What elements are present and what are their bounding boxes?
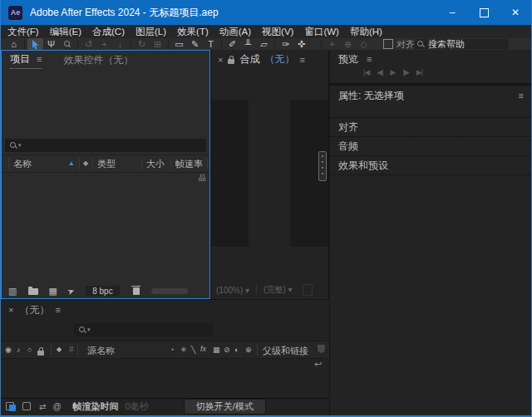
preview-panel-header[interactable]: 预览 ≡ bbox=[330, 50, 532, 68]
delete-trash-icon[interactable] bbox=[133, 287, 140, 295]
column-type[interactable]: 类型 bbox=[97, 158, 116, 170]
roto-brush-tool-icon[interactable]: ✑ bbox=[278, 38, 293, 50]
menu-effect[interactable]: 效果(T) bbox=[177, 26, 209, 38]
panel-menu-icon[interactable]: ≡ bbox=[55, 305, 60, 315]
audio-panel-header[interactable]: 音频 bbox=[330, 136, 532, 155]
tab-project[interactable]: 项目 ≡ bbox=[10, 52, 42, 69]
panel-menu-icon[interactable]: ≡ bbox=[37, 54, 42, 64]
in-out-pane-toggle-icon[interactable]: ⇄ bbox=[39, 402, 46, 411]
new-folder-icon[interactable] bbox=[28, 288, 38, 295]
brush-tool-icon[interactable]: ✐ bbox=[224, 38, 240, 50]
search-options-caret-icon[interactable]: ▾ bbox=[18, 142, 22, 149]
dolly-camera-tool-icon[interactable]: ↓ bbox=[112, 38, 128, 50]
hand-tool-icon[interactable]: Ψ bbox=[43, 38, 59, 50]
column-name[interactable]: 名称 bbox=[13, 158, 32, 170]
panel-menu-icon[interactable]: ≡ bbox=[519, 91, 524, 101]
maximize-button[interactable] bbox=[468, 0, 500, 25]
effects-presets-panel-header[interactable]: 效果和预设 bbox=[330, 155, 532, 174]
project-bit-depth-button[interactable]: 8 bpc bbox=[86, 286, 119, 297]
quick-send-icon[interactable]: ➤ bbox=[66, 286, 76, 297]
magnification-dropdown[interactable]: (100%) ▾ bbox=[216, 286, 249, 295]
column-divider[interactable] bbox=[92, 158, 93, 169]
menu-edit[interactable]: 编辑(E) bbox=[50, 26, 81, 38]
pan-behind-tool-icon[interactable]: ⊞ bbox=[150, 38, 165, 50]
menu-file[interactable]: 文件(F) bbox=[7, 26, 39, 38]
shy-switch-icon[interactable]: ◔ bbox=[170, 346, 174, 354]
column-size[interactable]: 大小 bbox=[146, 158, 165, 170]
last-frame-icon[interactable]: ▶| bbox=[416, 68, 422, 76]
first-frame-icon[interactable]: |◀ bbox=[363, 68, 369, 76]
audio-speaker-icon[interactable]: ♪ bbox=[17, 346, 21, 354]
close-button[interactable]: ✕ bbox=[500, 0, 531, 25]
clone-stamp-tool-icon[interactable]: ╨ bbox=[240, 38, 256, 50]
help-search-field[interactable] bbox=[415, 39, 509, 49]
close-tab-icon[interactable]: × bbox=[8, 305, 13, 315]
rotation-tool-icon[interactable]: ↻ bbox=[134, 38, 150, 50]
column-divider[interactable] bbox=[51, 344, 52, 356]
rectangle-tool-icon[interactable]: ▭ bbox=[171, 38, 187, 50]
home-tool-icon[interactable]: ⌂ bbox=[6, 38, 22, 50]
transfer-controls-pane-toggle-icon[interactable] bbox=[22, 402, 34, 411]
project-search-field[interactable]: ▾ bbox=[5, 139, 206, 152]
local-axis-mode-icon[interactable]: ⌖ bbox=[324, 38, 340, 50]
interpret-footage-icon[interactable]: ▥ bbox=[8, 286, 17, 297]
column-divider[interactable] bbox=[207, 158, 208, 169]
timeline-panel-tab[interactable]: × （无） ≡ bbox=[1, 302, 61, 318]
menu-help[interactable]: 帮助(H) bbox=[350, 26, 382, 38]
label-tag-icon[interactable]: ◆ bbox=[83, 159, 88, 167]
snapping-checkbox[interactable] bbox=[383, 39, 393, 49]
timeline-search-field[interactable]: ▾ bbox=[74, 323, 214, 336]
menu-view[interactable]: 视图(V) bbox=[262, 26, 293, 38]
align-panel-header[interactable]: 对齐 bbox=[330, 117, 532, 136]
selection-tool-icon[interactable] bbox=[27, 38, 43, 50]
toggle-switches-modes-button[interactable]: 切换开关/模式 bbox=[184, 399, 266, 415]
column-divider[interactable] bbox=[257, 344, 258, 356]
layer-switches-pane-toggle-icon[interactable] bbox=[6, 402, 17, 411]
sort-ascending-icon[interactable]: ▲ bbox=[68, 159, 75, 167]
column-divider[interactable] bbox=[141, 158, 142, 169]
effects-fx-icon[interactable]: fx bbox=[200, 345, 206, 353]
panel-drag-grip[interactable] bbox=[318, 151, 327, 181]
motion-blur-icon[interactable]: ⊘ bbox=[224, 346, 230, 354]
eraser-tool-icon[interactable]: ▱ bbox=[256, 38, 272, 50]
column-divider[interactable] bbox=[77, 344, 78, 356]
column-divider[interactable] bbox=[79, 158, 80, 169]
play-icon[interactable]: ▶ bbox=[391, 68, 396, 76]
menu-window[interactable]: 窗口(W) bbox=[304, 26, 339, 38]
title-bar[interactable]: Ae Adobe After Effects 2024 - 无标题项目.aep … bbox=[1, 0, 531, 25]
new-composition-icon[interactable]: ▦ bbox=[48, 286, 57, 297]
column-index[interactable]: # bbox=[69, 345, 74, 354]
next-frame-icon[interactable]: |▶ bbox=[402, 68, 408, 76]
3d-layer-icon[interactable]: ⊕ bbox=[245, 346, 252, 354]
horizontal-scrollbar-thumb[interactable] bbox=[151, 288, 188, 294]
zoom-tool-icon[interactable] bbox=[59, 38, 75, 50]
tab-effect-controls[interactable]: 效果控件（无） bbox=[63, 53, 133, 67]
render-time-pane-toggle-icon[interactable]: @ bbox=[52, 402, 61, 411]
menu-composition[interactable]: 合成(C) bbox=[92, 26, 125, 38]
solo-icon[interactable]: ○ bbox=[27, 346, 32, 354]
quality-switch-icon[interactable]: ╲ bbox=[191, 346, 195, 354]
minimize-button[interactable]: – bbox=[436, 0, 468, 25]
column-frame-rate[interactable]: 帧速率 bbox=[175, 158, 203, 170]
puppet-pin-tool-icon[interactable]: ✜ bbox=[293, 38, 309, 50]
orbit-camera-tool-icon[interactable]: ↺ bbox=[81, 38, 96, 50]
close-tab-icon[interactable]: × bbox=[218, 55, 223, 65]
view-axis-mode-icon[interactable]: ◇ bbox=[356, 38, 372, 50]
label-tag-icon[interactable]: ◆ bbox=[57, 346, 62, 353]
lock-icon[interactable] bbox=[228, 59, 234, 64]
type-tool-icon[interactable]: T bbox=[203, 38, 219, 50]
properties-panel-header[interactable]: 属性: 无选择项 ≡ bbox=[330, 86, 532, 105]
menu-layer[interactable]: 图层(L) bbox=[135, 26, 166, 38]
panel-menu-icon[interactable]: ≡ bbox=[299, 55, 304, 65]
video-eye-icon[interactable]: ◉ bbox=[5, 346, 12, 354]
pen-tool-icon[interactable]: ✎ bbox=[187, 38, 203, 50]
search-options-caret-icon[interactable]: ▾ bbox=[87, 326, 91, 333]
column-divider[interactable] bbox=[170, 158, 171, 169]
column-source-name[interactable]: 源名称 bbox=[87, 345, 115, 357]
frame-blend-icon[interactable]: ▦ bbox=[213, 346, 220, 354]
world-axis-mode-icon[interactable]: ⊕ bbox=[340, 38, 356, 50]
column-divider[interactable] bbox=[8, 158, 9, 169]
previous-frame-icon[interactable]: ◀| bbox=[377, 68, 382, 76]
partial-button[interactable] bbox=[303, 284, 313, 296]
help-search-input[interactable] bbox=[426, 38, 501, 50]
